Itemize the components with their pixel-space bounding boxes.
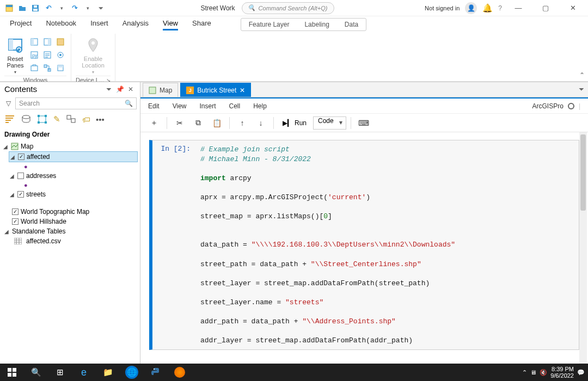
tray-up-icon[interactable]: ⌃ bbox=[522, 369, 527, 376]
tab-feature-layer[interactable]: Feature Layer bbox=[241, 21, 297, 28]
catalog-view-icon[interactable] bbox=[54, 36, 66, 48]
volume-icon[interactable]: 🔇 bbox=[540, 369, 547, 376]
more-views-icon[interactable]: ••• bbox=[96, 115, 105, 124]
nb-menu-help[interactable]: Help bbox=[253, 102, 267, 110]
close-tab-icon[interactable]: ✕ bbox=[240, 87, 245, 94]
add-cell-icon[interactable]: ＋ bbox=[146, 116, 162, 130]
tree-layer-affected[interactable]: ◢affected bbox=[9, 151, 138, 162]
aviation-icon[interactable] bbox=[54, 62, 66, 74]
new-project-icon[interactable] bbox=[3, 2, 15, 14]
signin-label[interactable]: Not signed in bbox=[425, 5, 460, 11]
pane-pin-icon[interactable]: 📌 bbox=[115, 85, 125, 93]
gp-history-icon[interactable] bbox=[28, 62, 40, 74]
list-by-labeling-icon[interactable]: 🏷 bbox=[82, 115, 90, 124]
reviewer-icon[interactable] bbox=[54, 49, 66, 61]
tree-table-item[interactable]: affected.csv bbox=[13, 236, 138, 246]
python-icon[interactable] bbox=[144, 364, 168, 381]
list-by-editing-icon[interactable]: ✎ bbox=[53, 114, 60, 124]
open-project-icon[interactable] bbox=[16, 2, 28, 14]
firefox-icon[interactable] bbox=[168, 364, 192, 381]
notebook-body[interactable]: In [2]: # Example join script # Michael … bbox=[140, 132, 588, 364]
command-palette-icon[interactable]: ⌨ bbox=[356, 116, 372, 130]
python-window-icon[interactable]: py bbox=[28, 49, 40, 61]
tab-labeling[interactable]: Labeling bbox=[297, 21, 336, 28]
start-button[interactable] bbox=[0, 364, 24, 381]
list-by-source-icon[interactable] bbox=[21, 114, 32, 124]
task-view-icon[interactable]: ⊞ bbox=[48, 364, 72, 381]
collapse-icon[interactable]: ◢ bbox=[3, 144, 9, 150]
maximize-button[interactable]: ▢ bbox=[535, 0, 556, 16]
collapse-icon[interactable]: ◢ bbox=[10, 192, 15, 198]
catalog-pane-icon[interactable] bbox=[41, 36, 53, 48]
tree-map[interactable]: ◢Map bbox=[2, 142, 138, 151]
code-content[interactable]: # Example join script # Michael Minn - 8… bbox=[195, 140, 579, 349]
notifications-icon[interactable]: 🔔 bbox=[482, 3, 493, 13]
doc-tab-map[interactable]: Map bbox=[143, 83, 178, 97]
save-icon[interactable] bbox=[29, 2, 41, 14]
code-cell[interactable]: In [2]: # Example join script # Michael … bbox=[149, 140, 579, 350]
collapse-icon[interactable]: ◢ bbox=[4, 229, 10, 235]
tree-standalone-tables[interactable]: ◢Standalone Tables bbox=[3, 226, 138, 236]
ie-icon[interactable]: e bbox=[72, 364, 96, 381]
collapse-icon[interactable]: ◢ bbox=[10, 154, 16, 160]
network-icon[interactable]: 🖥 bbox=[530, 369, 536, 376]
filter-icon[interactable]: ▽ bbox=[3, 100, 13, 107]
pane-options-icon[interactable]: ⏷ bbox=[104, 85, 114, 93]
avatar-icon[interactable]: 👤 bbox=[465, 2, 477, 14]
copy-icon[interactable]: ⧉ bbox=[190, 116, 206, 130]
visibility-checkbox[interactable] bbox=[12, 208, 19, 215]
run-button[interactable]: ▶▎Run bbox=[278, 116, 311, 130]
move-up-icon[interactable]: ↑ bbox=[234, 116, 250, 130]
list-by-snapping-icon[interactable] bbox=[66, 114, 77, 124]
kernel-status-icon[interactable] bbox=[568, 103, 574, 109]
visibility-checkbox[interactable] bbox=[17, 173, 24, 179]
undo-icon[interactable]: ↶ bbox=[42, 2, 54, 14]
notification-center-icon[interactable]: 💬 bbox=[577, 369, 585, 376]
undo-dd-icon[interactable]: ▾ bbox=[56, 2, 68, 14]
tab-options-icon[interactable]: ⏷ bbox=[578, 85, 585, 93]
redo-dd-icon[interactable]: ▾ bbox=[82, 2, 94, 14]
nb-menu-view[interactable]: View bbox=[173, 102, 187, 110]
collapse-ribbon-icon[interactable]: ⌃ bbox=[579, 71, 585, 79]
search-icon[interactable]: 🔍 bbox=[24, 364, 48, 381]
visibility-checkbox[interactable] bbox=[18, 153, 24, 160]
tree-layer-streets[interactable]: ◢streets bbox=[9, 189, 138, 199]
doc-tab-notebook[interactable]: J Butrick Street ✕ bbox=[180, 83, 251, 97]
pane-close-icon[interactable]: ✕ bbox=[126, 85, 136, 93]
tab-view[interactable]: View bbox=[163, 19, 178, 30]
taskbar-clock[interactable]: 8:39 PM 9/6/2022 bbox=[550, 366, 574, 379]
tab-analysis[interactable]: Analysis bbox=[122, 19, 149, 30]
close-button[interactable]: ✕ bbox=[562, 0, 584, 16]
tab-project[interactable]: Project bbox=[10, 19, 32, 30]
contents-search[interactable]: Search 🔍 bbox=[15, 97, 137, 109]
contents-pane-icon[interactable] bbox=[28, 36, 40, 48]
minimize-button[interactable]: — bbox=[507, 0, 529, 16]
collapse-icon[interactable]: ◢ bbox=[10, 173, 15, 179]
list-by-drawing-icon[interactable] bbox=[4, 114, 15, 124]
cell-type-select[interactable]: Code bbox=[313, 116, 346, 130]
nb-menu-edit[interactable]: Edit bbox=[148, 102, 160, 110]
tab-insert[interactable]: Insert bbox=[90, 19, 108, 30]
visibility-checkbox[interactable] bbox=[17, 191, 24, 198]
arcgis-icon[interactable]: 🌐 bbox=[120, 364, 144, 381]
nb-menu-insert[interactable]: Insert bbox=[199, 102, 216, 110]
qat-customize-icon[interactable]: ⏷ bbox=[95, 2, 107, 14]
move-down-icon[interactable]: ↓ bbox=[253, 116, 269, 130]
tab-notebook[interactable]: Notebook bbox=[46, 19, 76, 30]
tasks-icon[interactable] bbox=[41, 49, 53, 61]
tree-layer-topo[interactable]: World Topographic Map bbox=[11, 207, 138, 217]
tree-layer-addresses[interactable]: ◢addresses bbox=[9, 171, 138, 181]
help-icon[interactable]: ? bbox=[498, 4, 502, 12]
file-explorer-icon[interactable]: 📁 bbox=[96, 364, 120, 381]
visibility-checkbox[interactable] bbox=[12, 218, 19, 225]
vertical-scrollbar[interactable] bbox=[579, 132, 587, 364]
paste-icon[interactable]: 📋 bbox=[209, 116, 225, 130]
tree-layer-hillshade[interactable]: World Hillshade bbox=[11, 217, 138, 226]
nb-menu-cell[interactable]: Cell bbox=[229, 102, 241, 110]
command-search[interactable]: 🔍 Command Search (Alt+Q) bbox=[242, 2, 334, 14]
workflow-icon[interactable] bbox=[41, 62, 53, 74]
list-by-selection-icon[interactable] bbox=[37, 114, 48, 124]
scroll-thumb[interactable] bbox=[580, 134, 586, 211]
cut-icon[interactable]: ✂ bbox=[171, 116, 188, 130]
reset-panes-button[interactable]: Reset Panes▾ bbox=[4, 36, 26, 76]
